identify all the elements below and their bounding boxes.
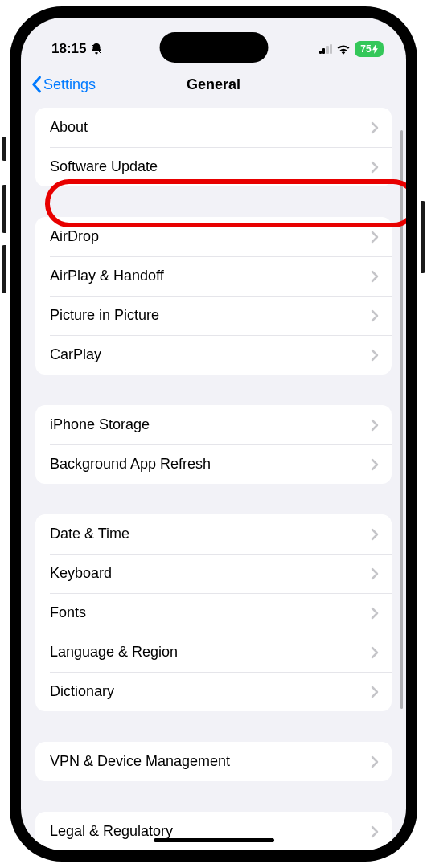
row-language-region[interactable]: Language & Region (35, 633, 392, 672)
back-label: Settings (43, 76, 96, 93)
chevron-right-icon (371, 567, 379, 580)
settings-group: iPhone Storage Background App Refresh (35, 405, 392, 484)
battery-level: 75 (360, 43, 371, 55)
settings-group: VPN & Device Management (35, 742, 392, 781)
row-label: AirPlay & Handoff (50, 268, 164, 285)
phone-frame: 18:15 75 (10, 6, 417, 862)
home-indicator[interactable] (154, 838, 274, 842)
row-software-update[interactable]: Software Update (35, 147, 392, 186)
chevron-right-icon (371, 528, 379, 541)
screen: 18:15 75 (21, 18, 406, 850)
chevron-right-icon (371, 270, 379, 283)
chevron-right-icon (371, 458, 379, 471)
battery-indicator: 75 (355, 41, 384, 57)
row-fonts[interactable]: Fonts (35, 593, 392, 633)
row-dictionary[interactable]: Dictionary (35, 672, 392, 711)
row-label: AirDrop (50, 228, 99, 245)
scroll-indicator[interactable] (400, 130, 403, 709)
chevron-right-icon (371, 349, 379, 362)
page-title: General (187, 76, 240, 93)
row-label: Legal & Regulatory (50, 823, 173, 840)
chevron-right-icon (371, 121, 379, 134)
cellular-signal-icon (319, 44, 333, 54)
chevron-right-icon (371, 161, 379, 174)
settings-group: About Software Update (35, 108, 392, 186)
row-label: Language & Region (50, 644, 178, 661)
chevron-right-icon (371, 309, 379, 322)
nav-header: Settings General (21, 66, 406, 103)
chevron-right-icon (371, 607, 379, 620)
row-label: VPN & Device Management (50, 753, 230, 770)
chevron-right-icon (371, 419, 379, 432)
row-label: Dictionary (50, 683, 114, 700)
silent-icon (90, 43, 103, 55)
wifi-icon (336, 43, 351, 55)
chevron-right-icon (371, 825, 379, 838)
row-airplay-handoff[interactable]: AirPlay & Handoff (35, 256, 392, 296)
row-background-app-refresh[interactable]: Background App Refresh (35, 444, 392, 484)
row-label: Keyboard (50, 565, 112, 582)
row-label: Date & Time (50, 526, 129, 542)
content: About Software Update AirDrop AirPlay & (21, 103, 406, 850)
chevron-right-icon (371, 686, 379, 698)
status-time: 18:15 (51, 41, 86, 57)
row-label: Fonts (50, 604, 86, 621)
row-date-time[interactable]: Date & Time (35, 514, 392, 554)
row-airdrop[interactable]: AirDrop (35, 217, 392, 256)
settings-group: Date & Time Keyboard Fonts Language & Re… (35, 514, 392, 711)
chevron-right-icon (371, 755, 379, 768)
row-iphone-storage[interactable]: iPhone Storage (35, 405, 392, 444)
back-button[interactable]: Settings (27, 76, 96, 93)
row-label: Background App Refresh (50, 456, 211, 473)
chevron-right-icon (371, 231, 379, 244)
row-label: iPhone Storage (50, 416, 150, 433)
settings-group: AirDrop AirPlay & Handoff Picture in Pic… (35, 217, 392, 375)
row-keyboard[interactable]: Keyboard (35, 554, 392, 593)
row-vpn-device-management[interactable]: VPN & Device Management (35, 742, 392, 781)
row-label: Software Update (50, 158, 158, 175)
row-label: CarPlay (50, 346, 101, 363)
row-legal-regulatory[interactable]: Legal & Regulatory (35, 812, 392, 850)
chevron-right-icon (371, 646, 379, 659)
row-picture-in-picture[interactable]: Picture in Picture (35, 296, 392, 335)
dynamic-island (159, 32, 268, 63)
row-label: Picture in Picture (50, 307, 159, 324)
chevron-left-icon (31, 76, 42, 93)
row-label: About (50, 119, 88, 136)
row-about[interactable]: About (35, 108, 392, 147)
row-carplay[interactable]: CarPlay (35, 335, 392, 375)
settings-group: Legal & Regulatory (35, 812, 392, 850)
